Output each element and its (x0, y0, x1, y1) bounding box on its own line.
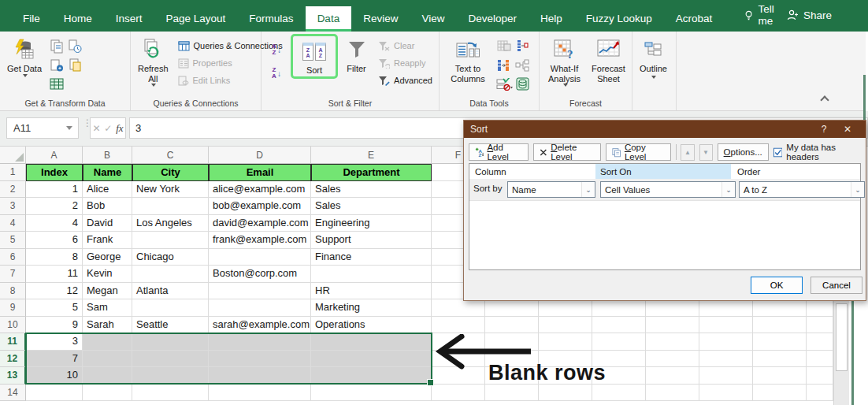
cell-A4[interactable]: 4 (26, 215, 83, 232)
row-header-1[interactable]: 1 (0, 164, 26, 181)
cell-C9[interactable] (132, 299, 209, 317)
move-level-up-button[interactable]: ▲ (681, 144, 694, 161)
cell-E6[interactable]: Finance (311, 249, 432, 266)
cell-A7[interactable]: 11 (26, 266, 83, 283)
cell-C8[interactable]: Atlanta (132, 283, 209, 300)
cell-L9[interactable] (753, 299, 807, 317)
cell-E5[interactable]: Support (311, 232, 432, 249)
tab-insert[interactable]: Insert (104, 6, 154, 32)
cell-L14[interactable] (753, 385, 807, 402)
cell-C5[interactable] (132, 232, 209, 249)
name-box[interactable]: A11 (6, 117, 79, 139)
advanced-filter-button[interactable]: Advanced (375, 72, 436, 89)
cell-J12[interactable] (646, 351, 699, 368)
cell-D5[interactable]: frank@example.com (209, 232, 311, 249)
cell-B5[interactable]: Frank (83, 232, 132, 249)
cell-C11[interactable] (132, 333, 209, 351)
cell-E10[interactable]: Operations (311, 317, 432, 334)
from-file-icon[interactable] (66, 56, 83, 74)
cell-L13[interactable] (753, 367, 807, 385)
cell-L11[interactable] (753, 333, 807, 351)
forecast-sheet-button[interactable]: Forecast Sheet (588, 35, 629, 84)
cell-F10[interactable] (432, 317, 485, 334)
cell-D10[interactable]: sarah@example.com (209, 317, 311, 334)
cell-D8[interactable] (209, 283, 311, 300)
delete-level-button[interactable]: Delete Level (533, 143, 601, 161)
cell-L10[interactable] (753, 317, 807, 334)
cell-C12[interactable] (132, 351, 209, 368)
cell-A11[interactable]: 3 (26, 333, 83, 351)
cell-G14[interactable] (485, 385, 539, 402)
cell-B12[interactable] (83, 351, 132, 368)
table-header-cell-E1[interactable]: Department (311, 164, 432, 181)
cell-H10[interactable] (539, 317, 592, 334)
tab-page-layout[interactable]: Page Layout (154, 6, 238, 32)
cell-L12[interactable] (753, 351, 807, 368)
cell-A5[interactable]: 6 (26, 232, 83, 249)
cell-D14[interactable] (209, 385, 311, 402)
cell-D7[interactable]: Boston@corp.com (209, 266, 311, 283)
cell-J14[interactable] (646, 385, 699, 402)
cancel-button[interactable]: Cancel (811, 277, 862, 294)
cell-E11[interactable] (311, 333, 432, 351)
cell-E2[interactable]: Sales (311, 181, 432, 199)
cell-D11[interactable] (209, 333, 311, 351)
cell-J10[interactable] (646, 317, 699, 334)
cell-K10[interactable] (699, 317, 753, 334)
column-header-B[interactable]: B (83, 147, 132, 164)
tab-developer[interactable]: Developer (456, 6, 529, 32)
row-header-8[interactable]: 8 (0, 283, 26, 300)
cell-B2[interactable]: Alice (83, 181, 132, 199)
table-header-cell-D1[interactable]: Email (209, 164, 311, 181)
outline-button[interactable]: Outline (637, 35, 670, 79)
share-button[interactable]: Share (787, 6, 832, 32)
row-header-2[interactable]: 2 (0, 181, 26, 199)
recent-sources-icon[interactable] (66, 37, 83, 55)
cell-B9[interactable]: Sam (83, 299, 132, 317)
column-header-D[interactable]: D (209, 147, 311, 164)
cell-I14[interactable] (592, 385, 646, 402)
row-header-9[interactable]: 9 (0, 299, 26, 317)
sort-descending-button[interactable]: ZA↓ (266, 64, 287, 83)
cell-C14[interactable] (132, 385, 209, 402)
filter-button[interactable]: Filter (342, 35, 371, 74)
cell-F14[interactable] (432, 385, 485, 402)
my-data-has-headers-checkbox[interactable]: My data has headers (773, 143, 861, 162)
cell-B13[interactable] (83, 367, 132, 385)
dialog-help-button[interactable]: ? (812, 124, 836, 135)
tab-review[interactable]: Review (351, 6, 410, 32)
cell-E7[interactable] (311, 266, 432, 283)
cell-M9[interactable] (807, 299, 833, 317)
cell-H11[interactable] (539, 333, 592, 351)
sort-ascending-button[interactable]: AZ↓ (266, 40, 287, 59)
cell-H14[interactable] (539, 385, 592, 402)
consolidate-icon[interactable] (514, 37, 531, 55)
refresh-all-button[interactable]: Refresh All (135, 35, 171, 87)
cell-E14[interactable] (311, 385, 432, 402)
cell-B7[interactable]: Kevin (83, 266, 132, 283)
cell-I10[interactable] (592, 317, 646, 334)
table-header-cell-C1[interactable]: City (132, 164, 209, 181)
cell-K12[interactable] (699, 351, 753, 368)
cell-A13[interactable]: 10 (26, 367, 83, 385)
cell-J11[interactable] (646, 333, 699, 351)
tab-file[interactable]: File (11, 6, 52, 32)
what-if-analysis-button[interactable]: ? What-If Analysis (544, 35, 584, 87)
row-header-10[interactable]: 10 (0, 317, 26, 334)
cell-E3[interactable]: Sales (311, 198, 432, 215)
ok-button[interactable]: OK (751, 277, 803, 294)
cell-D3[interactable]: bob@example.com (209, 198, 311, 215)
text-to-columns-button[interactable]: Text to Columns (444, 35, 491, 84)
cell-D9[interactable] (209, 299, 311, 317)
cell-A8[interactable]: 12 (26, 283, 83, 300)
remove-duplicates-icon[interactable] (495, 56, 513, 74)
cell-K9[interactable] (699, 299, 753, 317)
cell-M12[interactable] (807, 351, 833, 368)
cancel-entry-icon[interactable]: ✕ (92, 123, 100, 134)
cell-I11[interactable] (592, 333, 646, 351)
cell-E4[interactable]: Engineering (311, 215, 432, 232)
copy-level-button[interactable]: Copy Level (606, 143, 670, 161)
cell-E8[interactable]: HR (311, 283, 432, 300)
cell-M10[interactable] (807, 317, 833, 334)
tab-formulas[interactable]: Formulas (237, 6, 305, 32)
